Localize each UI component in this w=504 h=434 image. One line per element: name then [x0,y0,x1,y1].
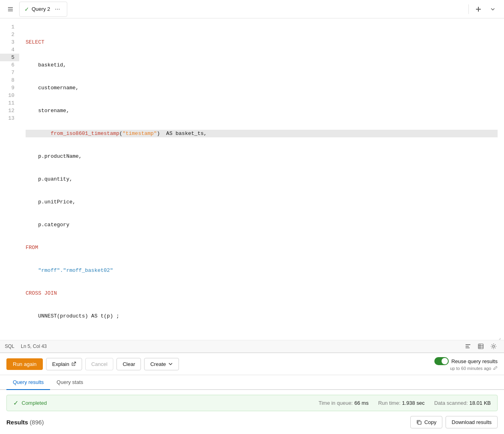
top-bar: ✓ Query 2 ⋯ [0,0,504,18]
tab-query-results-label: Query results [13,379,44,385]
collapse-button[interactable] [486,3,499,16]
resize-handle[interactable]: ⌟ [499,336,501,340]
time-in-queue-label: Time in queue: [319,400,353,406]
reuse-label: Reuse query results [451,358,498,364]
editor-status-bar: SQL Ln 5, Col 43 [0,340,504,353]
svg-point-12 [493,346,495,348]
query-tab-label: Query 2 [32,6,50,12]
edit-icon[interactable] [493,366,498,371]
time-in-queue-stat: Time in queue: 66 ms [319,400,369,406]
editor-area: 1 2 3 4 5 6 7 8 9 10 11 12 13 SELECT bas… [0,18,504,353]
status-banner: ✓ Completed Time in queue: 66 ms Run tim… [6,395,498,411]
chevron-down-icon [168,362,173,366]
code-content[interactable]: SELECT basketid, customername, storename… [19,18,504,340]
svg-rect-13 [418,421,421,424]
data-scanned-stat: Data scanned: 18.01 KB [434,400,491,406]
completed-text: Completed [22,400,47,406]
explain-button[interactable]: Explain [46,358,82,370]
results-title: Results (896) [6,419,44,426]
line-num-7: 7 [0,69,19,76]
query-more-button[interactable]: ⋯ [52,4,62,14]
completed-check-icon: ✓ [13,399,18,407]
toggle-knob [442,358,448,364]
line-num-1: 1 [0,23,19,31]
line-num-4: 4 [0,46,19,54]
line-num-2: 2 [0,31,19,38]
table-view-button[interactable] [475,341,486,352]
svg-rect-5 [466,344,470,345]
copy-button[interactable]: Copy [410,416,442,428]
tab-query-stats[interactable]: Query stats [50,375,89,390]
svg-rect-1 [8,9,13,10]
results-header: Results (896) Copy Download results [0,411,504,433]
copy-label: Copy [424,419,436,425]
svg-rect-6 [466,346,469,347]
reuse-toggle[interactable] [434,357,449,365]
code-editor[interactable]: 1 2 3 4 5 6 7 8 9 10 11 12 13 SELECT bas… [0,18,504,340]
toolbar: Run again Explain Cancel Clear Create Re… [0,353,504,375]
external-link-icon [71,362,76,366]
tabs-bar: Query results Query stats [0,375,504,390]
run-again-button[interactable]: Run again [6,358,43,370]
cancel-button: Cancel [85,358,113,370]
sidebar-toggle-button[interactable] [5,4,16,15]
svg-rect-2 [8,10,13,11]
tab-query-stats-label: Query stats [56,379,83,385]
svg-rect-8 [478,344,483,349]
create-label: Create [150,361,166,367]
reuse-subtext: up to 60 minutes ago [450,366,491,371]
results-area: ✓ Completed Time in queue: 66 ms Run tim… [0,395,504,434]
line-num-11: 11 [0,99,19,107]
line-num-13: 13 [0,115,19,122]
data-scanned-value: 18.01 KB [470,400,491,406]
copy-icon [416,420,422,425]
line-num-3: 3 [0,38,19,46]
svg-rect-0 [8,7,13,8]
explain-label: Explain [52,361,69,367]
toolbar-divider [468,4,469,14]
line-num-10: 10 [0,92,19,99]
line-num-6: 6 [0,61,19,69]
line-num-8: 8 [0,76,19,84]
download-button[interactable]: Download results [446,416,498,428]
line-numbers: 1 2 3 4 5 6 7 8 9 10 11 12 13 [0,18,19,340]
editor-language: SQL [5,344,14,349]
clear-button[interactable]: Clear [116,358,141,370]
run-time-label: Run time: [378,400,401,406]
results-count: (896) [30,419,44,426]
add-query-button[interactable] [472,3,485,16]
line-num-12: 12 [0,107,19,115]
time-in-queue-value: 66 ms [354,400,368,406]
check-circle-icon: ✓ [24,6,29,12]
query-tab[interactable]: ✓ Query 2 ⋯ [19,2,67,17]
run-time-value: 1.938 sec [402,400,424,406]
settings-button[interactable] [488,341,499,352]
editor-cursor: Ln 5, Col 43 [21,344,47,349]
svg-rect-7 [466,348,470,348]
line-num-5: 5 [0,54,19,61]
create-button[interactable]: Create [144,358,179,370]
tab-query-results[interactable]: Query results [6,375,50,390]
line-num-9: 9 [0,84,19,92]
data-scanned-label: Data scanned: [434,400,468,406]
format-list-button[interactable] [462,341,474,352]
run-time-stat: Run time: 1.938 sec [378,400,425,406]
